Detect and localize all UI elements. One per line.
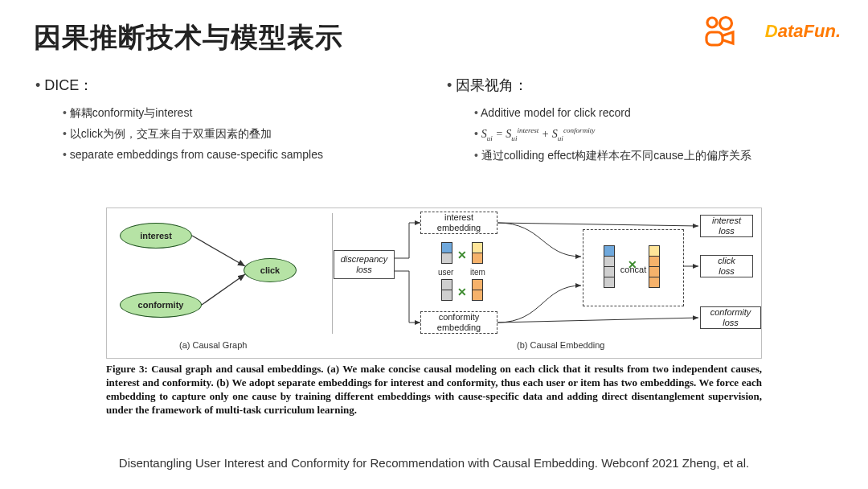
svg-line-5 <box>497 223 698 226</box>
right-heading: 因果视角： <box>447 76 849 95</box>
svg-line-3 <box>192 236 245 266</box>
left-bullet: 以click为例，交互来自于双重因素的叠加 <box>63 124 437 145</box>
panel-divider <box>332 213 333 334</box>
node-interest: interest <box>120 223 192 249</box>
box-interest-embedding: interest embedding <box>420 212 497 234</box>
node-conformity: conformity <box>120 292 202 318</box>
subcaption-b: (b) Causal Embedding <box>517 340 604 350</box>
right-column: 因果视角： Additive model for click record Su… <box>447 76 849 166</box>
box-click-loss: clickloss <box>700 255 753 277</box>
box-conformity-loss: conformityloss <box>700 306 761 329</box>
figure-panel: interest conformity click interest embed… <box>106 208 762 359</box>
label-item: item <box>470 268 485 277</box>
embedding-stack-icon <box>649 245 660 287</box>
left-heading: DICE： <box>35 76 437 95</box>
panel-a-causal-graph: interest conformity click <box>107 208 332 337</box>
right-bullet: 通过colliding effect构建样本在不同cause上的偏序关系 <box>474 146 849 166</box>
subcaption-a: (a) Causal Graph <box>179 340 247 350</box>
multiply-icon: ✕ <box>457 286 467 298</box>
figure-caption: Figure 3: Causal graph and causal embedd… <box>106 362 762 417</box>
label-user: user <box>438 268 453 277</box>
svg-point-0 <box>707 18 717 27</box>
embedding-stack-icon <box>604 245 615 287</box>
box-conformity-embedding: conformity embedding <box>420 311 497 334</box>
kuaishou-logo-icon <box>699 14 739 53</box>
svg-rect-2 <box>706 32 723 45</box>
svg-line-4 <box>202 274 245 305</box>
slide-title: 因果推断技术与模型表示 <box>34 19 343 56</box>
left-bullet: 解耦conformity与interest <box>63 103 437 124</box>
left-bullet: separate embeddings from cause-specific … <box>63 145 437 166</box>
multiply-icon: ✕ <box>457 249 467 261</box>
panel-b-causal-embedding: interest embedding conformity embedding … <box>334 208 763 337</box>
box-discrepancy-loss: discrepancy loss <box>334 250 395 279</box>
node-click: click <box>244 258 297 282</box>
embedding-stack-icon <box>441 242 452 263</box>
embedding-stack-icon <box>472 279 483 300</box>
embedding-stack-icon <box>472 242 483 263</box>
right-bullet: Additive model for click record <box>474 103 849 124</box>
citation-footer: Disentangling User Interest and Conformi… <box>0 456 868 470</box>
left-column: DICE： 解耦conformity与interest 以click为例，交互来… <box>35 76 437 166</box>
multiply-icon: ✕ <box>628 258 637 271</box>
svg-point-1 <box>720 18 732 30</box>
box-interest-loss: interestloss <box>700 215 753 237</box>
datafun-logo: DataFun. <box>765 21 841 42</box>
embedding-stack-icon <box>441 279 452 300</box>
svg-line-7 <box>497 318 698 323</box>
right-bullet-formula: Sui = Suiinterest + Suiconformity <box>474 124 849 146</box>
